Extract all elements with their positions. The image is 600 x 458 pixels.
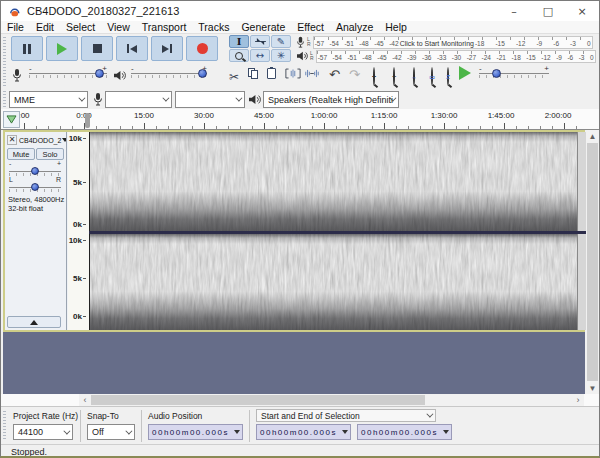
spectrogram-shading: [90, 132, 586, 231]
skip-to-end-button[interactable]: [151, 36, 183, 61]
scroll-up-arrow[interactable]: ▲: [586, 130, 599, 142]
multi-tool-button[interactable]: ✳: [271, 49, 291, 62]
recording-channels-select[interactable]: [175, 91, 245, 108]
play-button[interactable]: [46, 36, 78, 61]
menu-item[interactable]: Tracks: [192, 21, 235, 33]
recording-meter[interactable]: LR -57-54-51-48-45-42 Click to Start Mon…: [296, 35, 593, 49]
selection-tool-icon: I: [237, 36, 242, 47]
menu-item[interactable]: View: [101, 21, 136, 33]
collapse-track-button[interactable]: [7, 316, 61, 328]
mute-button[interactable]: Mute: [7, 148, 35, 160]
gain-slider[interactable]: - +: [9, 163, 61, 178]
menu-item[interactable]: Transport: [136, 21, 193, 33]
scroll-down-arrow[interactable]: ▼: [586, 382, 599, 394]
selection-end-field[interactable]: 00h00m00.000s: [357, 424, 452, 440]
title-bar[interactable]: CB4DODO_20180327_221613 – □ ×: [1, 1, 599, 21]
project-rate-select[interactable]: 44100: [13, 424, 73, 440]
gain-thumb[interactable]: [31, 167, 39, 175]
horizontal-scroll-thumb[interactable]: [91, 395, 425, 405]
selection-tool-button[interactable]: I: [229, 35, 249, 48]
minimize-button[interactable]: –: [497, 1, 531, 21]
scroll-left-arrow[interactable]: ‹: [79, 394, 91, 406]
timeline-options-button[interactable]: [3, 111, 20, 128]
toolbar-grip[interactable]: [3, 411, 6, 441]
selection-mode-value: Start and End of Selection: [261, 411, 360, 421]
horizontal-scrollbar[interactable]: ‹ ›: [1, 394, 599, 406]
track: ✕ CB4DODO_2 Mute Solo - + L R Stereo,: [3, 130, 585, 332]
zoom-out-button[interactable]: −: [393, 68, 395, 86]
skip-to-start-button[interactable]: [116, 36, 148, 61]
maximize-button[interactable]: □: [531, 1, 565, 21]
audio-host-select[interactable]: MME: [9, 91, 88, 108]
chevron-down-icon: [78, 95, 85, 102]
pan-thumb[interactable]: [31, 183, 39, 191]
post-audio-area[interactable]: [577, 132, 586, 231]
recording-device-select[interactable]: [105, 91, 172, 108]
spectrogram-channel-right[interactable]: [89, 234, 586, 330]
cut-button[interactable]: ✂: [229, 67, 239, 85]
redo-button[interactable]: ↷: [349, 65, 360, 83]
timeline-label: 1:00:00: [311, 111, 338, 120]
silence-audio-button[interactable]: [304, 68, 320, 79]
snap-to-select[interactable]: Off: [87, 424, 135, 440]
timeline-ruler[interactable]: :00 0:00 15:00 30:00 45:00 1:00:00 1:15:…: [1, 109, 599, 130]
menu-item[interactable]: Effect: [291, 21, 330, 33]
draw-tool-button[interactable]: ✎: [271, 35, 291, 48]
play-speed-slider[interactable]: - +: [479, 67, 549, 83]
trim-audio-button[interactable]: [285, 68, 301, 79]
paste-button[interactable]: [267, 68, 276, 79]
zoom-tool-button[interactable]: [229, 49, 249, 62]
playback-meter[interactable]: LR -57-54-51-48-45-42-39-36-33-30-27-24-…: [296, 49, 596, 63]
vertical-scrollbar[interactable]: ▲ ▼: [586, 130, 599, 394]
play-speed-thumb[interactable]: [492, 69, 501, 78]
spectrogram-channel-left[interactable]: [89, 132, 586, 231]
menu-item[interactable]: Help: [379, 21, 413, 33]
stop-button[interactable]: [81, 36, 113, 61]
meter-scale-number: -42: [389, 40, 398, 47]
vertical-scroll-thumb[interactable]: [587, 143, 598, 381]
pause-button[interactable]: [11, 36, 43, 61]
menu-item[interactable]: Select: [60, 21, 101, 33]
vertical-scale-ruler[interactable]: [68, 132, 89, 330]
toolbar-grip[interactable]: [3, 37, 6, 87]
post-audio-area[interactable]: [577, 234, 586, 330]
audio-position-field[interactable]: 00h00m00.000s: [148, 424, 243, 440]
play-at-speed-button[interactable]: [459, 66, 471, 80]
playback-volume-slider[interactable]: - +: [131, 67, 207, 83]
playback-volume-thumb[interactable]: [198, 69, 207, 78]
selection-toolbar: Project Rate (Hz) 44100 Snap-To Off Audi…: [1, 406, 599, 444]
pan-slider[interactable]: L R: [9, 179, 61, 194]
playback-device-select[interactable]: Speakers (Realtek High Definiti: [263, 91, 399, 108]
close-button[interactable]: ×: [565, 1, 599, 21]
fit-selection-button[interactable]: ↔: [413, 68, 415, 86]
menu-item[interactable]: Analyze: [330, 21, 379, 33]
fit-project-button[interactable]: ▭: [431, 68, 433, 86]
scroll-right-arrow[interactable]: ›: [572, 394, 584, 406]
zoom-in-button[interactable]: +: [373, 68, 375, 86]
zoom-toggle-button[interactable]: Z: [447, 68, 449, 86]
solo-button[interactable]: Solo: [36, 148, 64, 160]
pan-right-label: R: [56, 176, 61, 183]
selection-start-field[interactable]: 00h00m00.000s: [256, 424, 351, 440]
selection-mode-select[interactable]: Start and End of Selection: [256, 409, 436, 422]
minimize-icon: –: [511, 6, 517, 17]
undo-button[interactable]: ↶: [329, 65, 340, 83]
menu-item[interactable]: File: [1, 21, 30, 33]
empty-project-area[interactable]: [3, 332, 585, 394]
recording-volume-slider[interactable]: - +: [29, 67, 107, 83]
track-title-menu[interactable]: CB4DODO_2: [19, 134, 66, 146]
time-shift-tool-button[interactable]: ↔: [250, 49, 270, 62]
recording-volume-thumb[interactable]: [95, 69, 104, 78]
copy-button[interactable]: [248, 68, 260, 80]
menu-item[interactable]: Edit: [30, 21, 60, 33]
slider-minus-label: -: [29, 64, 32, 73]
toolbar-grip[interactable]: [3, 91, 6, 107]
meter-scale-number: -6: [553, 40, 559, 47]
record-button[interactable]: [186, 36, 218, 61]
monitoring-hint[interactable]: Click to Start Monitoring: [400, 40, 474, 47]
menu-item[interactable]: Generate: [235, 21, 291, 33]
track-close-button[interactable]: ✕: [7, 135, 17, 145]
playhead-marker[interactable]: [85, 113, 90, 128]
snap-to-label: Snap-To: [87, 411, 119, 421]
envelope-tool-button[interactable]: [250, 35, 270, 48]
